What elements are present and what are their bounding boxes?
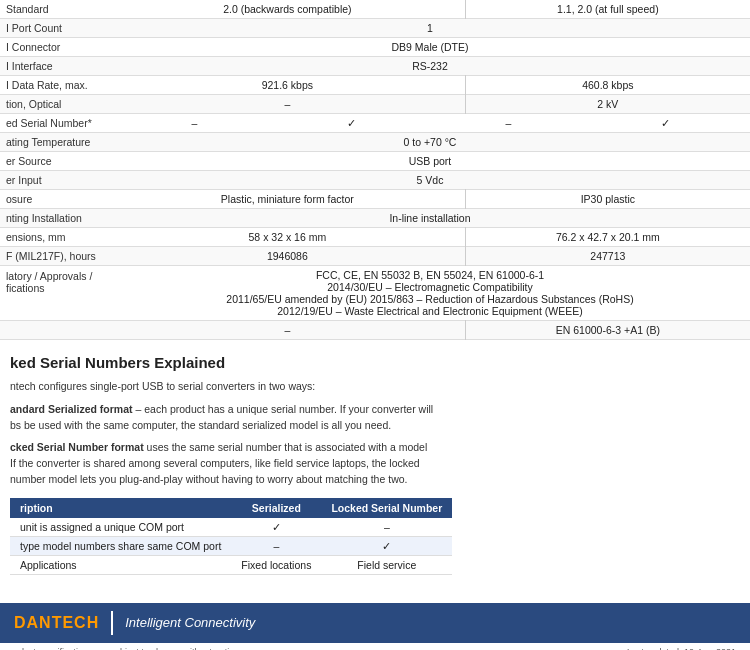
sn-col1: – (116, 117, 273, 129)
table-row: F (MIL217F), hours 1946086 247713 (0, 247, 750, 266)
explained-standard: andard Serialized format – each product … (10, 402, 740, 434)
explained-section: ked Serial Numbers Explained ntech confi… (0, 340, 750, 585)
inner-row-label: type model numbers share same COM port (10, 536, 231, 555)
row-label: Standard (0, 0, 110, 19)
table-row: ed Serial Number* – ✓ – ✓ (0, 114, 750, 133)
row-col1: 2.0 (backwards compatible) (110, 0, 465, 19)
table-row: nting Installation In-line installation (0, 209, 750, 228)
inner-row-serialized: Fixed locations (231, 555, 321, 574)
row-label: osure (0, 190, 110, 209)
row-col1: – (110, 95, 465, 114)
footer-note-right: Last updated: 10-Aug-2021 (627, 647, 736, 651)
row-col1: – (110, 321, 465, 340)
row-col1: 1946086 (110, 247, 465, 266)
row-label: I Port Count (0, 19, 110, 38)
inner-row-locked: – (321, 518, 452, 537)
inner-col-label: ription (10, 498, 231, 518)
table-row: er Source USB port (0, 152, 750, 171)
inner-col-locked: Locked Serial Number (321, 498, 452, 518)
row-col1: RS-232 (110, 57, 750, 76)
inner-table-row: unit is assigned a unique COM port ✓ – (10, 518, 452, 537)
sn-col2: ✓ (273, 117, 430, 129)
inner-table-row: Applications Fixed locations Field servi… (10, 555, 452, 574)
standard-title: andard Serialized format (10, 403, 133, 415)
specs-table: Standard 2.0 (backwards compatible) 1.1,… (0, 0, 750, 340)
sn-col4: ✓ (587, 117, 744, 129)
table-row: I Data Rate, max. 921.6 kbps 460.8 kbps (0, 76, 750, 95)
row-label: latory / Approvals /fications (0, 266, 110, 321)
row-label (0, 321, 110, 340)
brand-rest: ANTECH (27, 614, 100, 631)
row-col1: 0 to +70 °C (110, 133, 750, 152)
brand-d: D (14, 614, 27, 631)
row-label: ed Serial Number* (0, 114, 110, 133)
inner-row-label: Applications (10, 555, 231, 574)
row-col2: EN 61000-6-3 +A1 (B) (465, 321, 750, 340)
inner-comparison-table: ription Serialized Locked Serial Number … (10, 498, 452, 575)
explained-locked: cked Serial Number format uses the same … (10, 440, 740, 487)
inner-row-serialized: ✓ (231, 518, 321, 537)
table-row: latory / Approvals /fications FCC, CE, E… (0, 266, 750, 321)
inner-table-row: type model numbers share same COM port –… (10, 536, 452, 555)
row-col1: 5 Vdc (110, 171, 750, 190)
row-col2: 460.8 kbps (465, 76, 750, 95)
row-label: er Input (0, 171, 110, 190)
row-label: ensions, mm (0, 228, 110, 247)
inner-row-label: unit is assigned a unique COM port (10, 518, 231, 537)
table-row: I Port Count 1 (0, 19, 750, 38)
row-col1: 58 x 32 x 16 mm (110, 228, 465, 247)
sn-col3: – (430, 117, 587, 129)
explained-intro: ntech configures single-port USB to seri… (10, 379, 740, 395)
footer-divider (111, 611, 113, 635)
row-col1: 921.6 kbps (110, 76, 465, 95)
row-col2: 1.1, 2.0 (at full speed) (465, 0, 750, 19)
row-col2: IP30 plastic (465, 190, 750, 209)
table-row: – EN 61000-6-3 +A1 (B) (0, 321, 750, 340)
footer-bar: DANTECH Intelligent Connectivity (0, 603, 750, 643)
inner-row-locked: Field service (321, 555, 452, 574)
row-col1: DB9 Male (DTE) (110, 38, 750, 57)
row-label: nting Installation (0, 209, 110, 228)
inner-row-serialized: – (231, 536, 321, 555)
footer-tagline: Intelligent Connectivity (125, 615, 255, 630)
row-regulatory: FCC, CE, EN 55032 B, EN 55024, EN 61000-… (110, 266, 750, 321)
locked-title: cked Serial Number format (10, 441, 144, 453)
table-row: ensions, mm 58 x 32 x 16 mm 76.2 x 42.7 … (0, 228, 750, 247)
row-col1: Plastic, miniature form factor (110, 190, 465, 209)
table-row: ating Temperature 0 to +70 °C (0, 133, 750, 152)
row-col1: In-line installation (110, 209, 750, 228)
inner-row-locked: ✓ (321, 536, 452, 555)
table-row: I Interface RS-232 (0, 57, 750, 76)
table-row: er Input 5 Vdc (0, 171, 750, 190)
row-label: I Data Rate, max. (0, 76, 110, 95)
row-col1: USB port (110, 152, 750, 171)
brand-logo: DANTECH (14, 614, 99, 632)
row-label: er Source (0, 152, 110, 171)
row-label: F (MIL217F), hours (0, 247, 110, 266)
table-row: osure Plastic, miniature form factor IP3… (0, 190, 750, 209)
row-col2: 247713 (465, 247, 750, 266)
row-label: I Connector (0, 38, 110, 57)
footer-note-bar: oduct specifications are subject to chan… (0, 643, 750, 651)
inner-col-serialized: Serialized (231, 498, 321, 518)
table-row: Standard 2.0 (backwards compatible) 1.1,… (0, 0, 750, 19)
row-label: tion, Optical (0, 95, 110, 114)
row-col2: 76.2 x 42.7 x 20.1 mm (465, 228, 750, 247)
footer-note-left: oduct specifications are subject to chan… (14, 647, 241, 651)
table-row: I Connector DB9 Male (DTE) (0, 38, 750, 57)
table-row: tion, Optical – 2 kV (0, 95, 750, 114)
row-cols: – ✓ – ✓ (110, 114, 750, 133)
row-col2: 2 kV (465, 95, 750, 114)
explained-heading: ked Serial Numbers Explained (10, 354, 740, 371)
row-label: I Interface (0, 57, 110, 76)
row-col1: 1 (110, 19, 750, 38)
row-label: ating Temperature (0, 133, 110, 152)
